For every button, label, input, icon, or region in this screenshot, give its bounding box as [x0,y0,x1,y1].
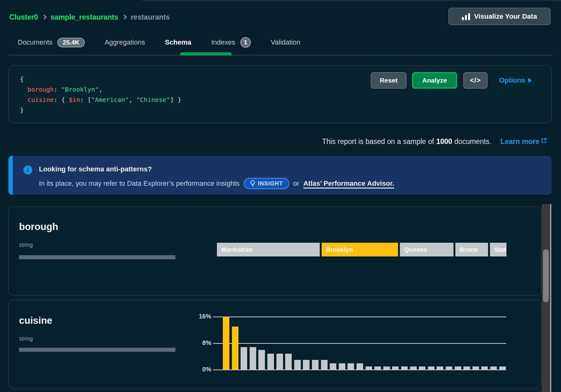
tab-validation-label: Validation [271,38,300,46]
info-icon: i [23,165,32,174]
cuisine-bar[interactable] [330,363,336,370]
cuisine-bar[interactable] [294,360,301,370]
cuisine-bar[interactable] [419,366,425,370]
tab-documents[interactable]: Documents 25.4K [18,38,85,47]
query-bar: { borough: "Brooklyn", cuisine: { $in: [… [8,65,552,123]
borough-segment[interactable]: Bronx [455,243,488,256]
cuisine-bar[interactable] [357,363,363,370]
code-brackets-icon: </> [470,76,481,84]
tab-underline [8,55,552,55]
visualize-button-label: Visualize Your Data [474,12,537,21]
cuisine-bar[interactable] [455,366,461,370]
cuisine-bar[interactable] [472,366,479,370]
bar-chart-icon [462,13,470,20]
learn-more-label: Learn more [501,137,539,146]
window-top-edge [142,0,561,1]
query-input[interactable]: { borough: "Brooklyn", cuisine: { $in: [… [20,74,181,115]
analyze-button[interactable]: Analyze [412,72,457,88]
type-distribution-bar[interactable] [19,348,175,352]
chevron-right-icon [122,15,127,20]
cuisine-bar[interactable] [374,366,381,370]
tab-schema[interactable]: Schema [165,38,191,46]
tab-indexes[interactable]: Indexes 1 [211,37,251,48]
cuisine-bar[interactable] [446,366,452,370]
cuisine-bar[interactable] [410,366,417,370]
field-card-borough: borough string ManhattanBrooklynQueensBr… [8,207,541,295]
borough-segment[interactable]: Brooklyn [322,243,398,256]
cuisine-bar[interactable] [321,360,328,370]
cuisine-bar[interactable] [232,327,238,370]
breadcrumb-cluster[interactable]: Cluster0 [9,13,38,22]
cuisine-bar[interactable] [258,350,265,370]
performance-advisor-link[interactable]: Atlas’ Performance Advisor. [303,179,394,188]
borough-segment[interactable]: Staten Island [490,243,506,256]
cuisine-bar[interactable] [267,354,274,370]
cuisine-bar[interactable] [481,366,488,370]
banner-conjunction: or [293,179,300,188]
cuisine-bar[interactable] [401,366,408,370]
breadcrumb-collection: restaurants [131,13,170,22]
cuisine-bar[interactable] [463,366,470,370]
cuisine-bar[interactable] [339,363,345,370]
y-axis-tick-0: 0% [192,366,211,373]
field-name: borough [19,221,58,232]
borough-value-segments: ManhattanBrooklynQueensBronxStaten Islan… [217,243,506,256]
documents-count-badge: 25.4K [57,38,84,47]
type-distribution-bar[interactable] [19,255,175,259]
insight-badge[interactable]: INSIGHT [244,178,289,189]
field-type-label[interactable]: string [19,336,33,342]
banner-body-text: In its place, you may refer to Data Expl… [39,179,240,188]
tab-aggregations[interactable]: Aggregations [105,38,145,46]
scrollbar-thumb[interactable] [543,249,549,302]
cuisine-bar[interactable] [285,354,292,370]
banner-accent-stripe [8,156,13,195]
cuisine-bar[interactable] [276,354,283,370]
y-axis-tick-16: 16% [192,313,211,320]
cuisine-bar[interactable] [348,363,354,370]
cuisine-bars [213,317,506,370]
cuisine-bar[interactable] [241,347,247,370]
cuisine-bar[interactable] [428,366,434,370]
breadcrumb-database[interactable]: sample_restaurants [50,13,118,22]
tab-validation[interactable]: Validation [271,38,300,46]
options-label: Options [499,76,525,84]
field-card-cuisine: cuisine string 16% 8% 0% [8,300,541,388]
learn-more-link[interactable]: Learn more [501,137,547,146]
breadcrumb: Cluster0 sample_restaurants restaurants [9,11,170,23]
schema-analysis-page: Cluster0 sample_restaurants restaurants … [0,0,561,392]
chevron-right-icon [42,15,47,20]
cuisine-bar[interactable] [499,366,506,370]
cuisine-bar[interactable] [303,360,309,370]
cuisine-bar[interactable] [490,366,497,370]
tab-documents-label: Documents [18,38,52,46]
cuisine-bar[interactable] [437,366,443,370]
external-link-icon [541,137,547,144]
y-axis-tick-8: 8% [192,339,211,347]
next-field-card-edge [8,390,541,392]
cuisine-bar[interactable] [250,347,256,370]
banner-title: Looking for schema anti-patterns? [39,165,152,173]
sample-note: This report is based on a sample of 1000… [322,135,547,148]
borough-segment[interactable]: Manhattan [217,243,320,256]
visualize-your-data-button[interactable]: Visualize Your Data [448,8,550,25]
banner-body: In its place, you may refer to Data Expl… [39,176,394,191]
sample-count: 1000 [436,137,452,146]
cuisine-bar[interactable] [312,360,319,370]
cuisine-bar[interactable] [366,366,372,370]
tab-aggregations-label: Aggregations [105,38,145,46]
sample-note-suffix: documents. [454,137,491,146]
collection-tabs: Documents 25.4K Aggregations Schema Inde… [18,35,300,50]
code-toggle-button[interactable]: </> [463,72,487,88]
sample-note-prefix: This report is based on a sample of [322,137,434,146]
cuisine-bar[interactable] [392,366,399,370]
field-type-label[interactable]: string [19,242,33,248]
anti-patterns-banner: i Looking for schema anti-patterns? In i… [8,156,552,195]
active-tab-indicator [180,52,232,55]
reset-button[interactable]: Reset [371,72,406,88]
tab-schema-label: Schema [165,38,191,46]
options-toggle[interactable]: Options [499,72,532,88]
cuisine-bar[interactable] [383,366,390,370]
indexes-count-badge: 1 [240,37,251,48]
cuisine-bar[interactable] [223,317,229,370]
borough-segment[interactable]: Queens [400,243,453,256]
